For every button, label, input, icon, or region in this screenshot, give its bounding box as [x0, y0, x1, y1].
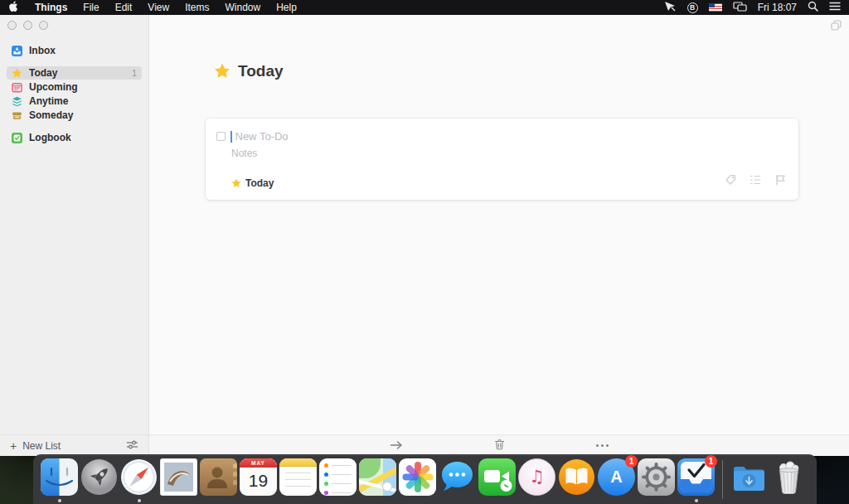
- pointer-status-icon[interactable]: [664, 1, 677, 14]
- todo-when-label: Today: [245, 177, 274, 189]
- main-area: Today New To-Do Notes Today: [149, 15, 849, 456]
- close-button[interactable]: [7, 21, 17, 30]
- menu-items[interactable]: Items: [185, 2, 209, 13]
- filter-sliders-icon[interactable]: [126, 439, 138, 453]
- menu-file[interactable]: File: [83, 2, 99, 13]
- zoom-button[interactable]: [39, 21, 48, 30]
- menu-clock[interactable]: Fri 18:07: [758, 2, 797, 13]
- things-badge: 1: [705, 455, 717, 468]
- dock-itunes[interactable]: ♫: [518, 458, 555, 496]
- dock-things[interactable]: 1: [677, 458, 715, 496]
- checklist-icon[interactable]: [750, 174, 761, 189]
- new-todo-card: New To-Do Notes Today: [206, 119, 798, 200]
- calendar-icon: [12, 82, 22, 93]
- flag-icon[interactable]: [774, 174, 786, 189]
- sidebar-item-upcoming[interactable]: Upcoming: [7, 80, 142, 94]
- todo-notes-input[interactable]: Notes: [231, 148, 257, 159]
- menu-view[interactable]: View: [148, 2, 169, 13]
- calendar-month: MAY: [240, 458, 277, 468]
- app-store-letter: A: [610, 468, 622, 487]
- menu-edit[interactable]: Edit: [115, 2, 133, 13]
- tag-icon[interactable]: [725, 174, 736, 189]
- logbook-icon: [12, 133, 22, 143]
- dock-launchpad[interactable]: [80, 458, 118, 496]
- todo-title-input[interactable]: New To-Do: [235, 130, 289, 143]
- app-store-badge: 1: [625, 455, 638, 468]
- minimize-button[interactable]: [23, 21, 32, 30]
- sidebar-bottom-bar: + New List: [0, 434, 148, 456]
- us-flag-input-icon[interactable]: [709, 3, 722, 12]
- dock-notes[interactable]: [279, 458, 317, 496]
- sidebar-item-label: Logbook: [29, 132, 71, 143]
- trash-button[interactable]: [494, 439, 505, 453]
- sidebar-item-inbox[interactable]: Inbox: [7, 44, 142, 57]
- apple-menu-icon[interactable]: [8, 1, 19, 15]
- sidebar-nav: Inbox Today 1 Upcoming Anyti: [0, 33, 148, 145]
- dock-mail[interactable]: [160, 458, 197, 496]
- sidebar-item-label: Someday: [29, 109, 73, 121]
- dock-downloads-folder[interactable]: [730, 458, 768, 496]
- spotlight-search-icon[interactable]: [808, 1, 818, 14]
- running-indicator: [58, 499, 61, 502]
- todo-when-tag[interactable]: Today: [231, 177, 274, 189]
- dock-separator: [722, 460, 723, 499]
- dock-app-store[interactable]: A 1: [598, 458, 635, 496]
- box-icon: [12, 110, 22, 121]
- move-arrow-button[interactable]: [390, 439, 403, 453]
- plus-icon: +: [10, 440, 17, 452]
- b-app-status-icon[interactable]: B: [687, 2, 698, 13]
- page-title: Today: [214, 62, 284, 80]
- dock-messages[interactable]: [439, 458, 476, 496]
- calendar-day: 19: [240, 468, 277, 496]
- dock-finder[interactable]: [41, 458, 78, 496]
- todo-checkbox[interactable]: [216, 132, 226, 141]
- sidebar-item-someday[interactable]: Someday: [7, 109, 142, 122]
- sidebar-item-label: Anytime: [29, 95, 68, 107]
- sidebar-item-today[interactable]: Today 1: [7, 66, 142, 80]
- dock-system-preferences[interactable]: [638, 458, 675, 496]
- things-window: Inbox Today 1 Upcoming Anyti: [0, 15, 849, 456]
- sidebar: Inbox Today 1 Upcoming Anyti: [0, 15, 149, 456]
- maps-3d-badge: [382, 482, 392, 492]
- dock-safari[interactable]: [120, 458, 158, 496]
- menu-window[interactable]: Window: [226, 2, 261, 13]
- menu-help[interactable]: Help: [276, 2, 297, 13]
- sidebar-item-label: Inbox: [29, 45, 56, 56]
- running-indicator: [138, 499, 141, 502]
- app-menu-things[interactable]: Things: [35, 2, 67, 13]
- dock-photos[interactable]: [399, 458, 436, 496]
- today-star-icon: [214, 63, 230, 80]
- layers-icon: [12, 96, 22, 107]
- running-indicator: [695, 499, 698, 502]
- traffic-lights: [0, 15, 148, 33]
- dock-trash-full[interactable]: [770, 458, 808, 496]
- displays-status-icon[interactable]: [733, 2, 747, 14]
- page-title-text: Today: [238, 62, 284, 80]
- dock: MAY 19 ♫ A 1 1: [33, 454, 817, 504]
- sidebar-item-logbook[interactable]: Logbook: [7, 131, 142, 144]
- sidebar-item-label: Upcoming: [29, 81, 78, 93]
- star-icon: [12, 68, 22, 79]
- notification-center-icon[interactable]: [829, 2, 841, 13]
- menu-bar: Things File Edit View Items Window Help …: [0, 0, 849, 15]
- sidebar-item-label: Today: [29, 67, 57, 79]
- new-window-icon[interactable]: [831, 19, 842, 34]
- dock-facetime[interactable]: [478, 458, 516, 496]
- new-list-button[interactable]: New List: [22, 440, 61, 452]
- star-icon: [231, 178, 241, 188]
- dock-calendar[interactable]: MAY 19: [240, 458, 277, 496]
- sidebar-item-anytime[interactable]: Anytime: [7, 94, 142, 108]
- music-note-glyph: ♫: [529, 468, 545, 486]
- dock-contacts[interactable]: [200, 458, 237, 496]
- more-options-button[interactable]: [596, 444, 609, 447]
- dock-reminders[interactable]: [319, 458, 357, 496]
- main-bottom-toolbar: [149, 434, 849, 456]
- today-count-badge: 1: [132, 68, 137, 78]
- dock-maps[interactable]: [359, 458, 396, 496]
- text-caret: [230, 131, 232, 143]
- dock-ibooks[interactable]: [558, 458, 595, 496]
- inbox-icon: [12, 46, 22, 56]
